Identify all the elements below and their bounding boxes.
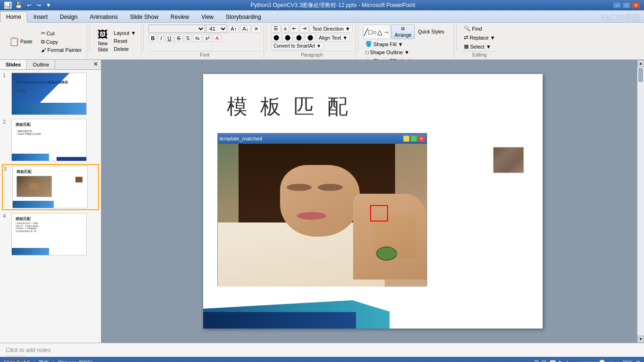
- notes-area[interactable]: Click to add notes: [0, 343, 644, 357]
- font-color-button[interactable]: A: [213, 34, 221, 42]
- italic-button[interactable]: I: [158, 34, 164, 42]
- slides-panel-close[interactable]: ✕: [91, 60, 101, 69]
- cv-close-button[interactable]: ✕: [418, 135, 425, 142]
- bullets-button[interactable]: ☰: [271, 25, 281, 33]
- tab-slideshow[interactable]: Slide Show: [124, 11, 165, 22]
- shape-fill-button[interactable]: 🪣 Shape Fill ▼: [363, 40, 451, 48]
- align-center-button[interactable]: ⬤: [282, 33, 293, 41]
- slide-preview-4: 模板匹配 • 模板匹配是在每一个图像...匹配方式，它需要在原始图...但其得到…: [11, 213, 87, 255]
- scroll-up-arrow[interactable]: ▲: [637, 60, 644, 67]
- slides-tab[interactable]: Slides: [0, 60, 27, 69]
- underline-button[interactable]: U: [165, 34, 173, 42]
- quick-access-redo[interactable]: ↪: [35, 1, 42, 9]
- find-icon: 🔍: [464, 25, 471, 32]
- cut-icon: ✂: [41, 30, 45, 36]
- align-left-button[interactable]: ⬤: [271, 33, 281, 41]
- cv-window[interactable]: template_matched ─ □ ✕: [217, 133, 427, 286]
- font-size-select[interactable]: 41: [206, 25, 227, 33]
- normal-view-button[interactable]: ⊞: [534, 359, 539, 362]
- slide-thumbnail-4[interactable]: 4 模板匹配 • 模板匹配是在每一个图像...匹配方式，它需要在原始图...但其…: [2, 212, 99, 256]
- slide-num-3: 3: [4, 166, 9, 172]
- cut-button[interactable]: ✂ Cut: [39, 29, 84, 37]
- tab-review[interactable]: Review: [165, 11, 195, 22]
- font-name-select[interactable]: [149, 25, 205, 33]
- arrange-icon: ⧉: [401, 26, 405, 32]
- superscript-button[interactable]: x²: [203, 34, 212, 42]
- clipboard-label: Clipboard: [5, 355, 25, 362]
- select-button[interactable]: ▦ Select ▼: [462, 42, 494, 50]
- shadow-button[interactable]: S: [184, 34, 192, 42]
- delete-button[interactable]: Delete: [111, 45, 138, 53]
- slide-thumbnail-3[interactable]: 3 模板匹配: [2, 164, 99, 210]
- zoom-in-button[interactable]: +: [617, 360, 620, 362]
- quick-styles-button[interactable]: Quick Styles: [416, 25, 447, 39]
- oval-shape[interactable]: ○: [372, 28, 376, 36]
- numbering-button[interactable]: ≡: [281, 25, 289, 33]
- reading-view-button[interactable]: 📖: [549, 359, 556, 362]
- ribbon-content: 📋 Paste ✂ Cut ⧉ Copy 🖌 Format Painter: [0, 23, 644, 59]
- tab-animations[interactable]: Animations: [83, 11, 124, 22]
- paste-button[interactable]: 📋 Paste: [5, 35, 37, 48]
- quick-access-undo[interactable]: ↩: [25, 1, 33, 9]
- convert-smartart-button[interactable]: Convert to SmartArt ▼: [271, 42, 323, 49]
- status-separator-2: |: [53, 360, 54, 362]
- decrease-font-button[interactable]: A↓: [240, 25, 251, 33]
- indent-increase-button[interactable]: ⇥: [300, 25, 309, 33]
- minimize-button[interactable]: ─: [613, 2, 621, 8]
- triangle-shape[interactable]: △: [377, 28, 382, 36]
- justify-button[interactable]: ⬤: [305, 33, 315, 41]
- status-separator-1: |: [33, 360, 35, 362]
- scroll-down-arrow[interactable]: ▼: [637, 336, 644, 343]
- clear-format-button[interactable]: ✕: [252, 25, 261, 33]
- replace-button[interactable]: ⇄ Replace ▼: [462, 33, 497, 41]
- text-direction-button[interactable]: Text Direction ▼: [310, 25, 353, 33]
- close-button[interactable]: ✕: [632, 2, 640, 8]
- slide-preview-1: Python3 OpenCV3.3图像处理教程 一宾吉明: [11, 73, 87, 115]
- indent-decrease-button[interactable]: ⇤: [290, 25, 299, 33]
- arrow-shape[interactable]: →: [383, 28, 389, 36]
- zoom-level[interactable]: 86%: [623, 360, 633, 362]
- maximize-button[interactable]: □: [622, 2, 631, 8]
- slideshow-button[interactable]: ▶: [559, 359, 563, 362]
- slide-thumbnail-1[interactable]: 1 Python3 OpenCV3.3图像处理教程 一宾吉明: [2, 72, 99, 116]
- arrange-button[interactable]: ⧉ Arrange: [391, 25, 415, 39]
- copy-button[interactable]: ⧉ Copy: [39, 38, 84, 46]
- slides-panel: Slides Outline ✕ 1 Python3 OpenCV3.3图像处理…: [0, 60, 101, 343]
- line-shape[interactable]: ╱: [364, 28, 368, 36]
- new-slide-button[interactable]: 🖼 New Slide: [94, 25, 111, 58]
- tab-design[interactable]: Design: [54, 11, 83, 22]
- slide3-thumb: [75, 177, 83, 182]
- tab-view[interactable]: View: [195, 11, 220, 22]
- cv-maximize-button[interactable]: □: [411, 135, 417, 142]
- tab-insert[interactable]: Insert: [27, 11, 54, 22]
- rect-shape[interactable]: □: [368, 28, 372, 36]
- paragraph-group: ☰ ≡ ⇤ ⇥ Text Direction ▼ ⬤ ⬤ ⬤ ⬤ Align T…: [268, 24, 356, 58]
- cv-minimize-button[interactable]: ─: [403, 135, 410, 142]
- zoom-out-button[interactable]: −: [570, 360, 573, 362]
- shape-outline-button[interactable]: □ Shape Outline ▼: [363, 49, 451, 56]
- outline-tab[interactable]: Outline: [27, 60, 55, 69]
- copy-label: Copy: [46, 39, 58, 45]
- bold-button[interactable]: B: [149, 34, 157, 42]
- reset-button[interactable]: Reset: [111, 37, 138, 45]
- find-button[interactable]: 🔍 Find: [462, 25, 484, 33]
- scroll-thumb[interactable]: [638, 68, 643, 82]
- increase-font-button[interactable]: A↑: [228, 25, 239, 33]
- format-painter-button[interactable]: 🖌 Format Painter: [39, 46, 84, 54]
- subscript-button[interactable]: x₂: [193, 34, 202, 42]
- align-right-button[interactable]: ⬤: [294, 33, 304, 41]
- layout-button[interactable]: Layout ▼: [111, 29, 138, 37]
- align-text-button[interactable]: Align Text ▼: [316, 34, 350, 41]
- tab-home[interactable]: Home: [0, 11, 27, 23]
- quick-access-dropdown[interactable]: ▼: [44, 1, 53, 9]
- slide-sorter-button[interactable]: ⊟: [542, 359, 546, 362]
- slide-canvas[interactable]: 模 板 匹 配 template_matched ─ □ ✕: [203, 74, 543, 329]
- tab-storyboarding[interactable]: Storyboarding: [220, 11, 267, 22]
- quick-access-save[interactable]: 💾: [14, 1, 24, 9]
- slide-editor: 模 板 匹 配 template_matched ─ □ ✕: [101, 60, 644, 343]
- select-icon: ▦: [464, 43, 469, 49]
- slide2-bullets: • 模板匹配作用• OpenCV模板方法清单: [17, 130, 41, 135]
- fit-slide-button[interactable]: ⊡: [636, 360, 640, 362]
- strikethrough-button[interactable]: S: [174, 34, 182, 42]
- slide-thumbnail-2[interactable]: 2 模板匹配 • 模板匹配作用• OpenCV模板方法清单: [2, 118, 99, 162]
